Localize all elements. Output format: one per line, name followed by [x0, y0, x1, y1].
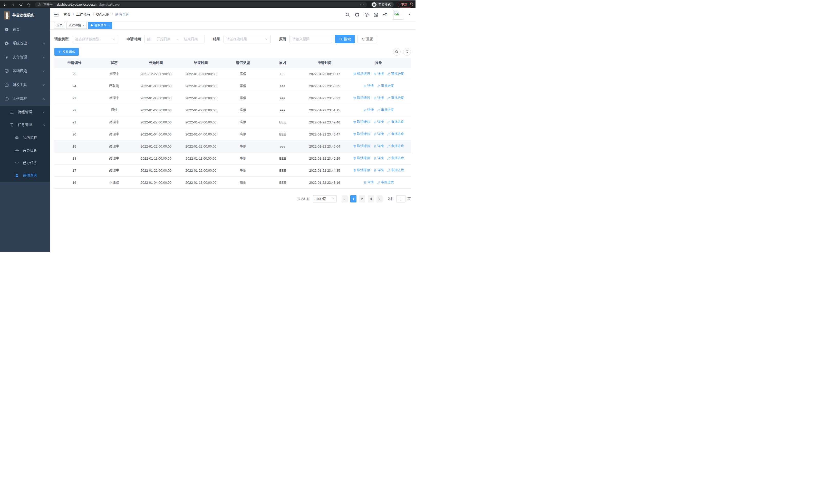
sidebar-item-基础设施[interactable]: 基础设施: [0, 64, 50, 78]
detail-link[interactable]: 详情: [373, 96, 384, 100]
reload-icon[interactable]: [19, 3, 23, 7]
request-id: 17: [54, 169, 94, 173]
approval-progress-link[interactable]: 审批进度: [377, 84, 394, 88]
avatar[interactable]: [393, 10, 403, 20]
page-button-1[interactable]: 1: [350, 195, 356, 203]
goto-page-input[interactable]: [396, 195, 405, 203]
request-id: 25: [54, 72, 94, 76]
toggle-search-button[interactable]: [393, 48, 401, 56]
end-date-placeholder[interactable]: 结束日期: [180, 37, 202, 41]
start-date-placeholder[interactable]: 开始日期: [152, 37, 175, 41]
reset-button[interactable]: 重置: [357, 35, 377, 43]
tab-请假查询[interactable]: 请假查询×: [88, 22, 112, 29]
apply-time: 2022-01-23 00:06:17: [303, 72, 346, 76]
breadcrumb-item-OA 示例[interactable]: OA 示例: [96, 12, 109, 17]
approval-progress-link[interactable]: 审批进度: [387, 156, 404, 160]
result-select[interactable]: 请选择流结果: [224, 35, 271, 43]
cancel-leave-link[interactable]: 取消请假: [353, 96, 370, 100]
forward-icon[interactable]: [11, 3, 15, 7]
next-page-button[interactable]: ›: [376, 195, 383, 203]
home-icon[interactable]: [27, 3, 31, 7]
leave-type-select[interactable]: 请选择请假类型: [72, 35, 118, 43]
approval-progress-link[interactable]: 审批进度: [387, 120, 404, 124]
page-button-3[interactable]: 3: [368, 195, 374, 203]
detail-link[interactable]: 详情: [373, 132, 384, 136]
approval-progress-link[interactable]: 审批进度: [377, 108, 394, 112]
detail-link[interactable]: 详情: [373, 71, 384, 76]
sidebar-item-首页[interactable]: 首页: [0, 23, 50, 36]
breadcrumb-item-首页[interactable]: 首页: [63, 12, 70, 17]
cancel-leave-link[interactable]: 取消请假: [353, 168, 370, 173]
leave-type: 事假: [224, 168, 262, 173]
sidebar-item-研发工具[interactable]: 研发工具: [0, 78, 50, 92]
back-icon[interactable]: [3, 3, 7, 7]
breadcrumb-item-工作流程[interactable]: 工作流程: [76, 12, 91, 17]
end-time: 2022-01-04 00:00:00: [178, 132, 224, 136]
sidebar-item-系统管理[interactable]: 系统管理: [0, 36, 50, 50]
sidebar-item-任务管理[interactable]: 任务管理: [0, 119, 50, 131]
page-size-select[interactable]: 10条/页: [313, 195, 337, 203]
approval-progress-link[interactable]: 审批进度: [387, 168, 404, 173]
create-leave-button[interactable]: 发起请假: [54, 48, 79, 56]
sidebar-item-流程管理[interactable]: 流程管理: [0, 106, 50, 119]
apply-time: 2022-01-22 23:53:35: [303, 84, 346, 88]
cancel-leave-link[interactable]: 取消请假: [353, 144, 370, 148]
cancel-leave-link[interactable]: 取消请假: [353, 120, 370, 124]
approval-progress-link-label: 审批进度: [391, 168, 404, 173]
sidebar-item-我的流程[interactable]: 我的流程: [0, 131, 50, 144]
reason: eee: [262, 145, 303, 148]
approval-progress-link[interactable]: 审批进度: [387, 71, 404, 76]
github-icon[interactable]: [355, 12, 360, 17]
detail-link[interactable]: 详情: [373, 144, 384, 148]
detail-link[interactable]: 详情: [364, 84, 374, 88]
detail-link[interactable]: 详情: [373, 120, 384, 124]
sidebar-item-工作流程[interactable]: 工作流程: [0, 92, 50, 106]
prev-page-button[interactable]: ‹: [342, 195, 348, 203]
tab-流程详情[interactable]: 流程详情×: [66, 22, 87, 29]
user-menu-caret-icon[interactable]: [408, 13, 411, 16]
page-button-2[interactable]: 2: [359, 195, 365, 203]
detail-link[interactable]: 详情: [373, 156, 384, 160]
tab-首页[interactable]: 首页: [54, 22, 65, 29]
table-row-19: 19处理中2022-01-22 00:00:002022-01-22 00:00…: [54, 140, 411, 152]
eyedetail-icon: [373, 157, 376, 160]
update-button[interactable]: 更新: [398, 2, 413, 7]
detail-link[interactable]: 详情: [364, 180, 374, 184]
sidebar-item-待办任务[interactable]: 待办任务: [0, 144, 50, 156]
app-logo[interactable]: 芋道管理系统: [0, 8, 50, 23]
sidebar-item-请假查询[interactable]: 请假查询: [0, 169, 50, 182]
fullscreen-icon[interactable]: [374, 12, 378, 17]
reason: EEE: [262, 156, 303, 160]
row-actions: 取消请假详情审批进度: [346, 71, 411, 76]
url-bar[interactable]: 不安全 dashboard.yudao.iocoder.cn/bpm/oa/le…: [35, 2, 367, 7]
breadcrumb-separator: /: [93, 12, 94, 17]
font-size-icon[interactable]: TT: [383, 12, 387, 17]
bookmark-star-icon[interactable]: [360, 3, 364, 7]
approval-progress-link-label: 审批进度: [391, 132, 404, 136]
edit-icon: [387, 133, 390, 136]
approval-progress-link[interactable]: 审批进度: [377, 180, 394, 184]
cancel-leave-link[interactable]: 取消请假: [353, 156, 370, 160]
refresh-table-button[interactable]: [403, 48, 411, 56]
search-button[interactable]: 搜索: [335, 35, 355, 43]
close-tab-icon[interactable]: ×: [83, 24, 84, 27]
sidebar-item-已办任务[interactable]: 已办任务: [0, 156, 50, 169]
detail-link[interactable]: 详情: [364, 108, 374, 112]
approval-progress-link[interactable]: 审批进度: [387, 132, 404, 136]
sidebar-item-支付管理[interactable]: ¥支付管理: [0, 50, 50, 64]
detail-link[interactable]: 详情: [373, 168, 384, 173]
header-search-icon[interactable]: [345, 12, 350, 17]
approval-progress-link[interactable]: 审批进度: [387, 144, 404, 148]
browser-menu-icon[interactable]: [410, 3, 411, 6]
reason-input[interactable]: [292, 37, 329, 41]
date-range-picker[interactable]: 开始日期 - 结束日期: [144, 35, 205, 43]
eyedetail-icon: [373, 133, 376, 136]
help-icon[interactable]: ?: [365, 12, 369, 17]
cancel-leave-link[interactable]: 取消请假: [353, 71, 370, 76]
cancel-leave-link[interactable]: 取消请假: [353, 132, 370, 136]
sidebar-toggle[interactable]: [54, 12, 59, 17]
close-tab-icon[interactable]: ×: [108, 24, 110, 27]
approval-progress-link[interactable]: 审批进度: [387, 96, 404, 100]
chevron-down-icon: [331, 197, 335, 200]
approval-progress-link-label: 审批进度: [391, 96, 404, 100]
